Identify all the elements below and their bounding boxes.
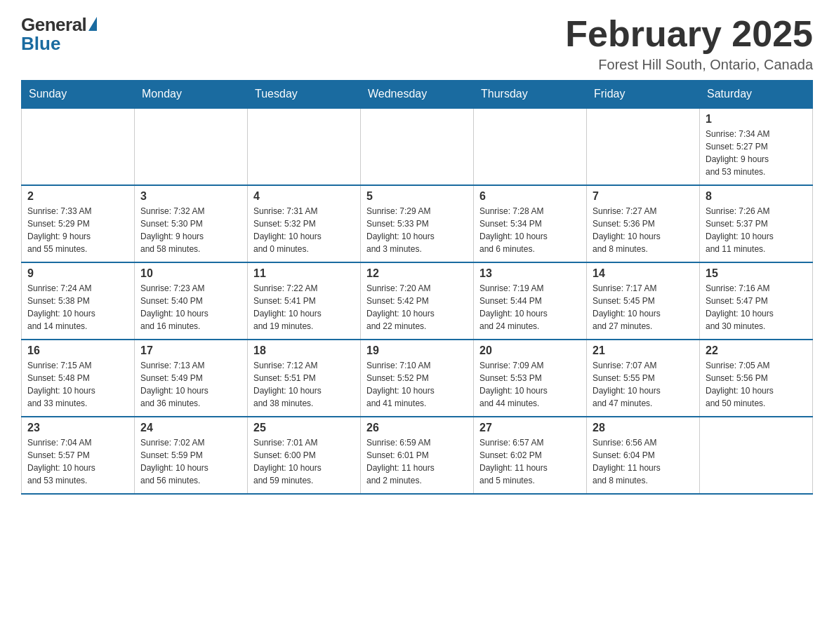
calendar-cell xyxy=(361,108,474,185)
calendar-header-tuesday: Tuesday xyxy=(248,81,361,109)
calendar-header-row: SundayMondayTuesdayWednesdayThursdayFrid… xyxy=(22,81,813,109)
day-number: 19 xyxy=(366,344,468,357)
day-info: Sunrise: 7:26 AMSunset: 5:37 PMDaylight:… xyxy=(706,205,807,255)
logo-blue-text: Blue xyxy=(21,33,60,55)
day-number: 14 xyxy=(593,267,694,280)
day-info: Sunrise: 7:32 AMSunset: 5:30 PMDaylight:… xyxy=(140,205,241,255)
day-info: Sunrise: 7:29 AMSunset: 5:33 PMDaylight:… xyxy=(366,205,468,255)
day-number: 5 xyxy=(366,190,468,203)
calendar-week-row: 23Sunrise: 7:04 AMSunset: 5:57 PMDayligh… xyxy=(22,417,813,494)
calendar-cell: 11Sunrise: 7:22 AMSunset: 5:41 PMDayligh… xyxy=(248,262,361,340)
day-number: 11 xyxy=(253,267,355,280)
day-number: 17 xyxy=(140,344,241,357)
calendar-cell: 26Sunrise: 6:59 AMSunset: 6:01 PMDayligh… xyxy=(361,417,474,494)
day-number: 28 xyxy=(593,422,694,434)
calendar-cell: 13Sunrise: 7:19 AMSunset: 5:44 PMDayligh… xyxy=(474,262,587,340)
calendar-cell: 6Sunrise: 7:28 AMSunset: 5:34 PMDaylight… xyxy=(474,185,587,262)
logo-triangle-icon xyxy=(88,17,97,31)
day-info: Sunrise: 7:22 AMSunset: 5:41 PMDaylight:… xyxy=(253,282,355,333)
calendar-cell xyxy=(22,108,135,185)
day-number: 27 xyxy=(479,422,581,434)
day-info: Sunrise: 6:56 AMSunset: 6:04 PMDaylight:… xyxy=(593,436,694,487)
day-info: Sunrise: 7:17 AMSunset: 5:45 PMDaylight:… xyxy=(593,282,694,333)
calendar-cell xyxy=(700,417,813,494)
day-info: Sunrise: 7:02 AMSunset: 5:59 PMDaylight:… xyxy=(140,436,241,487)
calendar-cell: 5Sunrise: 7:29 AMSunset: 5:33 PMDaylight… xyxy=(361,185,474,262)
calendar-cell: 24Sunrise: 7:02 AMSunset: 5:59 PMDayligh… xyxy=(135,417,248,494)
calendar-table: SundayMondayTuesdayWednesdayThursdayFrid… xyxy=(21,80,813,495)
day-info: Sunrise: 7:12 AMSunset: 5:51 PMDaylight:… xyxy=(253,359,355,410)
day-number: 6 xyxy=(479,190,581,203)
calendar-cell: 18Sunrise: 7:12 AMSunset: 5:51 PMDayligh… xyxy=(248,340,361,417)
calendar-cell: 16Sunrise: 7:15 AMSunset: 5:48 PMDayligh… xyxy=(22,340,135,417)
day-number: 13 xyxy=(479,267,581,280)
title-block: February 2025 Forest Hill South, Ontario… xyxy=(565,14,813,73)
day-info: Sunrise: 6:57 AMSunset: 6:02 PMDaylight:… xyxy=(479,436,581,487)
calendar-cell: 22Sunrise: 7:05 AMSunset: 5:56 PMDayligh… xyxy=(700,340,813,417)
calendar-cell: 3Sunrise: 7:32 AMSunset: 5:30 PMDaylight… xyxy=(135,185,248,262)
calendar-header-monday: Monday xyxy=(135,81,248,109)
day-number: 24 xyxy=(140,422,241,434)
day-number: 18 xyxy=(253,344,355,357)
calendar-cell: 23Sunrise: 7:04 AMSunset: 5:57 PMDayligh… xyxy=(22,417,135,494)
day-info: Sunrise: 7:19 AMSunset: 5:44 PMDaylight:… xyxy=(479,282,581,333)
day-info: Sunrise: 7:31 AMSunset: 5:32 PMDaylight:… xyxy=(253,205,355,255)
calendar-cell: 14Sunrise: 7:17 AMSunset: 5:45 PMDayligh… xyxy=(587,262,700,340)
calendar-week-row: 16Sunrise: 7:15 AMSunset: 5:48 PMDayligh… xyxy=(22,340,813,417)
calendar-header-friday: Friday xyxy=(587,81,700,109)
calendar-cell: 1Sunrise: 7:34 AMSunset: 5:27 PMDaylight… xyxy=(700,108,813,185)
calendar-cell: 21Sunrise: 7:07 AMSunset: 5:55 PMDayligh… xyxy=(587,340,700,417)
day-number: 4 xyxy=(253,190,355,203)
calendar-cell xyxy=(248,108,361,185)
day-number: 25 xyxy=(253,422,355,434)
day-info: Sunrise: 7:04 AMSunset: 5:57 PMDaylight:… xyxy=(27,436,128,487)
day-info: Sunrise: 7:34 AMSunset: 5:27 PMDaylight:… xyxy=(706,128,807,178)
day-number: 7 xyxy=(593,190,694,203)
calendar-cell xyxy=(587,108,700,185)
day-info: Sunrise: 7:05 AMSunset: 5:56 PMDaylight:… xyxy=(706,359,807,410)
location-subtitle: Forest Hill South, Ontario, Canada xyxy=(565,57,813,73)
day-number: 16 xyxy=(27,344,128,357)
calendar-cell xyxy=(474,108,587,185)
day-number: 15 xyxy=(706,267,807,280)
day-info: Sunrise: 7:16 AMSunset: 5:47 PMDaylight:… xyxy=(706,282,807,333)
day-info: Sunrise: 7:33 AMSunset: 5:29 PMDaylight:… xyxy=(27,205,128,255)
day-number: 8 xyxy=(706,190,807,203)
calendar-cell: 25Sunrise: 7:01 AMSunset: 6:00 PMDayligh… xyxy=(248,417,361,494)
day-info: Sunrise: 7:20 AMSunset: 5:42 PMDaylight:… xyxy=(366,282,468,333)
calendar-cell: 19Sunrise: 7:10 AMSunset: 5:52 PMDayligh… xyxy=(361,340,474,417)
calendar-header-wednesday: Wednesday xyxy=(361,81,474,109)
day-info: Sunrise: 6:59 AMSunset: 6:01 PMDaylight:… xyxy=(366,436,468,487)
day-number: 3 xyxy=(140,190,241,203)
calendar-cell: 9Sunrise: 7:24 AMSunset: 5:38 PMDaylight… xyxy=(22,262,135,340)
day-info: Sunrise: 7:24 AMSunset: 5:38 PMDaylight:… xyxy=(27,282,128,333)
day-info: Sunrise: 7:15 AMSunset: 5:48 PMDaylight:… xyxy=(27,359,128,410)
calendar-cell: 17Sunrise: 7:13 AMSunset: 5:49 PMDayligh… xyxy=(135,340,248,417)
day-number: 10 xyxy=(140,267,241,280)
calendar-week-row: 1Sunrise: 7:34 AMSunset: 5:27 PMDaylight… xyxy=(22,108,813,185)
day-number: 20 xyxy=(479,344,581,357)
calendar-cell: 12Sunrise: 7:20 AMSunset: 5:42 PMDayligh… xyxy=(361,262,474,340)
calendar-cell: 28Sunrise: 6:56 AMSunset: 6:04 PMDayligh… xyxy=(587,417,700,494)
day-info: Sunrise: 7:23 AMSunset: 5:40 PMDaylight:… xyxy=(140,282,241,333)
logo: General Blue xyxy=(21,14,97,55)
calendar-header-sunday: Sunday xyxy=(22,81,135,109)
calendar-cell: 20Sunrise: 7:09 AMSunset: 5:53 PMDayligh… xyxy=(474,340,587,417)
day-number: 21 xyxy=(593,344,694,357)
day-number: 1 xyxy=(706,113,807,126)
day-number: 22 xyxy=(706,344,807,357)
day-info: Sunrise: 7:09 AMSunset: 5:53 PMDaylight:… xyxy=(479,359,581,410)
day-number: 23 xyxy=(27,422,128,434)
calendar-cell: 27Sunrise: 6:57 AMSunset: 6:02 PMDayligh… xyxy=(474,417,587,494)
calendar-cell xyxy=(135,108,248,185)
calendar-header-saturday: Saturday xyxy=(700,81,813,109)
calendar-cell: 4Sunrise: 7:31 AMSunset: 5:32 PMDaylight… xyxy=(248,185,361,262)
day-info: Sunrise: 7:10 AMSunset: 5:52 PMDaylight:… xyxy=(366,359,468,410)
calendar-cell: 8Sunrise: 7:26 AMSunset: 5:37 PMDaylight… xyxy=(700,185,813,262)
calendar-cell: 2Sunrise: 7:33 AMSunset: 5:29 PMDaylight… xyxy=(22,185,135,262)
calendar-cell: 7Sunrise: 7:27 AMSunset: 5:36 PMDaylight… xyxy=(587,185,700,262)
day-info: Sunrise: 7:07 AMSunset: 5:55 PMDaylight:… xyxy=(593,359,694,410)
day-info: Sunrise: 7:28 AMSunset: 5:34 PMDaylight:… xyxy=(479,205,581,255)
day-info: Sunrise: 7:13 AMSunset: 5:49 PMDaylight:… xyxy=(140,359,241,410)
calendar-week-row: 2Sunrise: 7:33 AMSunset: 5:29 PMDaylight… xyxy=(22,185,813,262)
